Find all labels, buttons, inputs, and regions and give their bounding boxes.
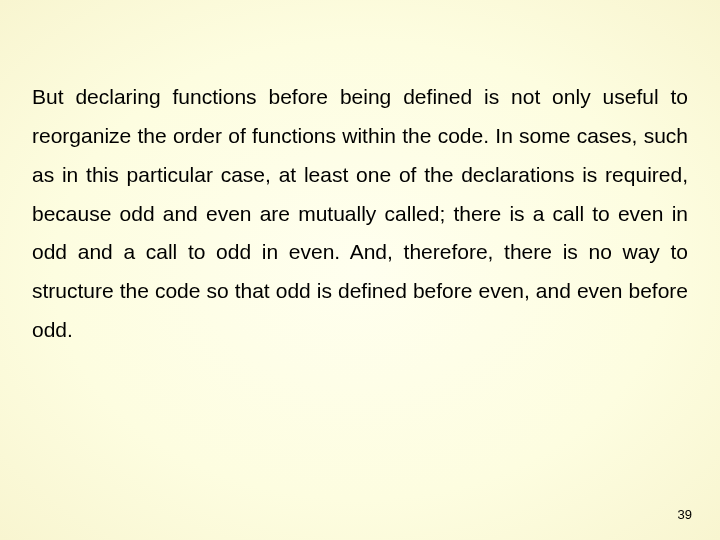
page-number: 39 bbox=[678, 507, 692, 522]
slide-body-text: But declaring functions before being def… bbox=[32, 78, 688, 350]
